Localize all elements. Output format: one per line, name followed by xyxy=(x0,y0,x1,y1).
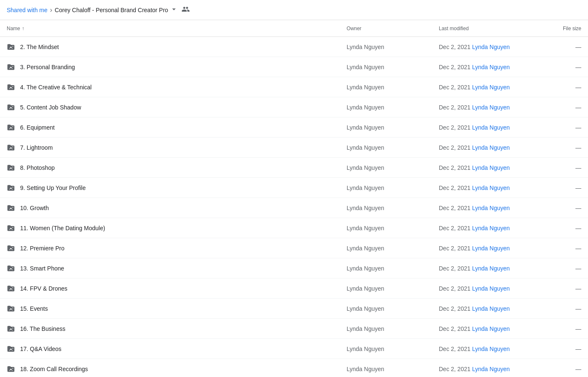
row-size: — xyxy=(548,325,581,332)
row-modified-user: Lynda Nguyen xyxy=(472,285,510,292)
row-modified: Dec 2, 2021 Lynda Nguyen xyxy=(439,205,548,211)
row-modified-date: Dec 2, 2021 xyxy=(439,164,471,171)
row-modified-date: Dec 2, 2021 xyxy=(439,366,471,372)
breadcrumb-people-icon[interactable] xyxy=(181,5,190,15)
row-modified-date: Dec 2, 2021 xyxy=(439,225,471,231)
row-modified-date: Dec 2, 2021 xyxy=(439,205,471,211)
breadcrumb-current-folder: Corey Chaloff - Personal Brand Creator P… xyxy=(55,7,168,13)
folder-shared-icon xyxy=(7,123,15,132)
row-modified-date: Dec 2, 2021 xyxy=(439,305,471,312)
column-modified: Last modified xyxy=(439,26,548,31)
row-owner: Lynda Nguyen xyxy=(347,124,439,131)
table-row[interactable]: 2. The Mindset Lynda Nguyen Dec 2, 2021 … xyxy=(0,37,588,57)
breadcrumb-dropdown-icon[interactable] xyxy=(170,5,178,15)
folder-shared-icon xyxy=(7,143,15,152)
folder-shared-icon xyxy=(7,103,15,112)
svg-point-1 xyxy=(13,46,13,47)
row-size: — xyxy=(548,305,581,312)
table-row[interactable]: 18. Zoom Call Recordings Lynda Nguyen De… xyxy=(0,359,588,377)
row-modified-user: Lynda Nguyen xyxy=(472,164,510,171)
row-modified-date: Dec 2, 2021 xyxy=(439,285,471,292)
row-modified: Dec 2, 2021 Lynda Nguyen xyxy=(439,84,548,91)
row-modified: Dec 2, 2021 Lynda Nguyen xyxy=(439,104,548,111)
table-row[interactable]: 15. Events Lynda Nguyen Dec 2, 2021 Lynd… xyxy=(0,299,588,319)
folder-shared-icon xyxy=(7,304,15,313)
row-modified: Dec 2, 2021 Lynda Nguyen xyxy=(439,44,548,50)
row-name-cell: 9. Setting Up Your Profile xyxy=(7,184,347,192)
row-owner: Lynda Nguyen xyxy=(347,44,439,50)
row-modified-date: Dec 2, 2021 xyxy=(439,104,471,111)
row-name-cell: 10. Growth xyxy=(7,204,347,212)
breadcrumb-shared-link[interactable]: Shared with me xyxy=(7,7,47,13)
row-modified: Dec 2, 2021 Lynda Nguyen xyxy=(439,144,548,151)
row-size: — xyxy=(548,245,581,252)
table-row[interactable]: 13. Smart Phone Lynda Nguyen Dec 2, 2021… xyxy=(0,258,588,278)
folder-shared-icon xyxy=(7,325,15,333)
table-row[interactable]: 16. The Business Lynda Nguyen Dec 2, 202… xyxy=(0,319,588,339)
row-modified-user: Lynda Nguyen xyxy=(472,305,510,312)
column-name[interactable]: Name ↑ xyxy=(7,26,347,31)
svg-point-11 xyxy=(13,146,13,147)
table-row[interactable]: 12. Premiere Pro Lynda Nguyen Dec 2, 202… xyxy=(0,238,588,258)
table-row[interactable]: 11. Women (The Dating Module) Lynda Nguy… xyxy=(0,218,588,238)
row-name-cell: 12. Premiere Pro xyxy=(7,244,347,252)
row-name-cell: 15. Events xyxy=(7,304,347,313)
row-size: — xyxy=(548,64,581,70)
row-name: 5. Content Job Shadow xyxy=(20,104,81,111)
row-modified-user: Lynda Nguyen xyxy=(472,84,510,91)
table-row[interactable]: 3. Personal Branding Lynda Nguyen Dec 2,… xyxy=(0,57,588,77)
row-name-cell: 17. Q&A Videos xyxy=(7,345,347,353)
row-size: — xyxy=(548,366,581,372)
row-modified: Dec 2, 2021 Lynda Nguyen xyxy=(439,285,548,292)
column-size: File size xyxy=(548,26,581,31)
table-row[interactable]: 14. FPV & Drones Lynda Nguyen Dec 2, 202… xyxy=(0,278,588,299)
row-owner: Lynda Nguyen xyxy=(347,305,439,312)
row-modified: Dec 2, 2021 Lynda Nguyen xyxy=(439,185,548,191)
row-modified: Dec 2, 2021 Lynda Nguyen xyxy=(439,164,548,171)
row-name-cell: 14. FPV & Drones xyxy=(7,284,347,293)
row-size: — xyxy=(548,205,581,211)
table-row[interactable]: 8. Photoshop Lynda Nguyen Dec 2, 2021 Ly… xyxy=(0,158,588,178)
table-row[interactable]: 10. Growth Lynda Nguyen Dec 2, 2021 Lynd… xyxy=(0,198,588,218)
svg-point-7 xyxy=(13,106,13,107)
sort-icon: ↑ xyxy=(22,26,24,31)
folder-shared-icon xyxy=(7,345,15,353)
table-row[interactable]: 7. Lightroom Lynda Nguyen Dec 2, 2021 Ly… xyxy=(0,138,588,158)
row-modified-user: Lynda Nguyen xyxy=(472,225,510,231)
row-name: 17. Q&A Videos xyxy=(20,346,62,352)
row-modified-user: Lynda Nguyen xyxy=(472,44,510,50)
row-owner: Lynda Nguyen xyxy=(347,346,439,352)
row-name: 2. The Mindset xyxy=(20,44,59,50)
folder-shared-icon xyxy=(7,284,15,293)
row-modified-user: Lynda Nguyen xyxy=(472,265,510,272)
row-owner: Lynda Nguyen xyxy=(347,325,439,332)
table-row[interactable]: 17. Q&A Videos Lynda Nguyen Dec 2, 2021 … xyxy=(0,339,588,359)
svg-point-9 xyxy=(13,126,13,127)
row-modified: Dec 2, 2021 Lynda Nguyen xyxy=(439,124,548,131)
row-owner: Lynda Nguyen xyxy=(347,366,439,372)
row-name-cell: 11. Women (The Dating Module) xyxy=(7,224,347,232)
table-row[interactable]: 9. Setting Up Your Profile Lynda Nguyen … xyxy=(0,178,588,198)
table-row[interactable]: 5. Content Job Shadow Lynda Nguyen Dec 2… xyxy=(0,97,588,117)
row-name: 10. Growth xyxy=(20,205,49,211)
svg-point-23 xyxy=(13,267,13,268)
row-modified-user: Lynda Nguyen xyxy=(472,185,510,191)
row-modified-date: Dec 2, 2021 xyxy=(439,265,471,272)
svg-point-25 xyxy=(13,287,13,288)
row-modified-date: Dec 2, 2021 xyxy=(439,144,471,151)
row-name-cell: 16. The Business xyxy=(7,325,347,333)
table-row[interactable]: 4. The Creative & Technical Lynda Nguyen… xyxy=(0,77,588,97)
row-owner: Lynda Nguyen xyxy=(347,84,439,91)
row-name-cell: 6. Equipment xyxy=(7,123,347,132)
svg-point-5 xyxy=(13,86,13,87)
row-modified-date: Dec 2, 2021 xyxy=(439,84,471,91)
row-size: — xyxy=(548,285,581,292)
svg-point-27 xyxy=(13,307,13,308)
folder-shared-icon xyxy=(7,63,15,71)
row-owner: Lynda Nguyen xyxy=(347,205,439,211)
row-modified: Dec 2, 2021 Lynda Nguyen xyxy=(439,346,548,352)
row-name: 11. Women (The Dating Module) xyxy=(20,225,105,231)
table-row[interactable]: 6. Equipment Lynda Nguyen Dec 2, 2021 Ly… xyxy=(0,117,588,138)
row-owner: Lynda Nguyen xyxy=(347,285,439,292)
row-size: — xyxy=(548,225,581,231)
